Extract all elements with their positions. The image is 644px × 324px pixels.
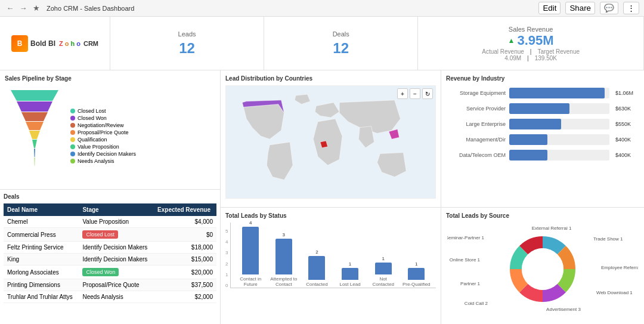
deal-name: Chemel [4,216,79,228]
stage-cell: Identify Decision Makers [79,254,154,266]
bar-track [509,134,609,145]
status-bar [342,268,358,280]
y-label: 3 [225,250,228,255]
share-button[interactable]: Share [565,2,595,14]
bar-fill [509,88,605,98]
legend-label: Closed Won [78,115,107,121]
bar-label: Lost Lead [339,282,360,288]
bar-label: Not Contacted [369,276,398,288]
zoom-fit-button[interactable]: ↻ [422,88,433,99]
bar-value: 1 [415,261,417,267]
main-content: Sales Pipeline by Stage [0,70,644,324]
bar-fill [509,103,569,114]
map-section: Lead Distribution by Countries + − ↻ [221,70,441,208]
crm-text: CRM [83,40,98,47]
svg-marker-2 [21,112,48,121]
legend-item: Closed Lost [70,108,148,114]
legend-color [70,159,75,163]
stage-badge: Closed Won [82,268,119,276]
leads-status-chart: 5 4 3 2 1 0 4 Contact in Future 3 Attemp… [225,223,436,288]
legend-item: Needs Analysis [70,158,148,164]
deal-revenue: $4,000 [154,216,216,228]
revenue-bar-row: Management/Dir $400K [446,134,639,145]
bar-value: $1.06M [615,90,639,96]
more-button[interactable]: ⋮ [623,2,639,14]
svg-text:Trade Show 1: Trade Show 1 [593,236,623,242]
revenue-bar-row: Service Provider $630K [446,103,639,114]
legend-color [70,116,75,121]
deal-name: King [4,254,79,266]
y-label: 2 [225,261,228,267]
deals-value: 12 [333,40,349,57]
edit-button[interactable]: Edit [538,2,561,14]
zoom-out-button[interactable]: − [410,88,420,99]
bar-value: $400K [615,137,639,143]
revenue-kpi: Sales Revenue ▲ 3.95M Actual Revenue | T… [418,17,644,70]
browser-actions: Edit Share 💬 ⋮ [538,2,639,14]
deal-name: Feltz Printing Service [4,242,79,254]
deal-revenue: $18,000 [154,242,216,254]
donut-container: External Referral 1 Trade Show 1 Employe… [446,223,639,315]
deal-name: Truhlar And Truhlar Attys [4,291,79,303]
deal-name: Printing Dimensions [4,279,79,291]
nav-buttons: ← → ★ [5,3,42,14]
revenue-values: 4.09M | 139.50K [504,55,557,61]
comment-button[interactable]: 💬 [600,2,618,14]
revenue-industry-title: Revenue by Industry [446,75,639,82]
col-stage: Stage [79,203,154,216]
svg-text:Advertisement 3: Advertisement 3 [546,307,581,312]
legend-item: Closed Won [70,115,148,121]
bar-fill [509,119,561,129]
bar-value: 2 [315,249,318,255]
legend-item: Value Proposition [70,144,148,150]
actual-value: 4.09M [504,55,521,61]
stage-cell: Proposal/Price Quote [79,279,154,291]
svg-text:Web Download 1: Web Download 1 [596,290,633,295]
logo-area: B Bold BI Zoho CRM [0,17,110,70]
legend-label: Negotiation/Review [78,122,124,128]
kpi-row: B Bold BI Zoho CRM Leads 12 Deals 12 Sal… [0,17,644,70]
revenue-sub: Actual Revenue | Target Revenue [482,48,580,55]
bar-label: Service Provider [446,106,506,112]
deals-label: Deals [333,30,349,38]
svg-text:Employee Referral 1: Employee Referral 1 [601,265,638,270]
bar-value: $630K [615,106,639,112]
star-button[interactable]: ★ [31,3,42,14]
funnel-chart: 33.33% 16.67% 8.33% 6.33% 8.33% 8.33% 8.… [5,85,64,187]
forward-button[interactable]: → [18,3,29,14]
deal-revenue: $15,000 [154,254,216,266]
legend-item: Proposal/Price Quote [70,129,148,135]
bar-label: Contact in Future [236,276,265,288]
status-bar [408,268,425,280]
bar-label: Attempted to Contact [269,276,299,288]
svg-marker-5 [32,140,37,148]
revenue-bar-row: Data/Telecom OEM $400K [446,150,639,161]
status-bar [308,256,325,280]
bar-fill [509,150,547,161]
bar-label: Pre-Qualified [402,282,431,288]
map-container: + − ↻ [225,85,436,199]
bar-value: $400K [615,152,639,158]
status-bar [242,227,259,274]
legend-color [70,137,75,142]
y-label: 4 [225,239,228,245]
svg-text:Cold Call 2: Cold Call 2 [465,301,488,306]
funnel-legend: Closed Lost Closed Won Negotiation/Revie… [70,85,148,187]
bar-group: 1 Lost Lead [335,261,365,288]
bar-group: 1 Pre-Qualified [401,261,431,288]
stage-badge: Closed Lost [82,230,118,239]
revenue-bar-row: Storage Equipment $1.06M [446,88,639,98]
donut-svg: External Referral 1 Trade Show 1 Employe… [447,223,638,315]
bars-container: 4 Contact in Future 3 Attempted to Conta… [230,223,436,288]
leads-status-title: Total Leads by Status [225,212,436,219]
back-button[interactable]: ← [5,3,16,14]
donut-section: Total Leads by Source [441,208,644,324]
target-label: Target Revenue [537,48,580,55]
bar-track [509,150,609,161]
page-title: Zoho CRM - Sales Dashboard [47,5,534,12]
zoom-in-button[interactable]: + [397,88,408,99]
y-axis: 5 4 3 2 1 0 [225,229,230,288]
funnel-title: Sales Pipeline by Stage [5,75,215,82]
leads-status-section: Total Leads by Status 5 4 3 2 1 0 4 Cont… [221,208,441,324]
deal-name: Commercial Press [4,228,79,242]
